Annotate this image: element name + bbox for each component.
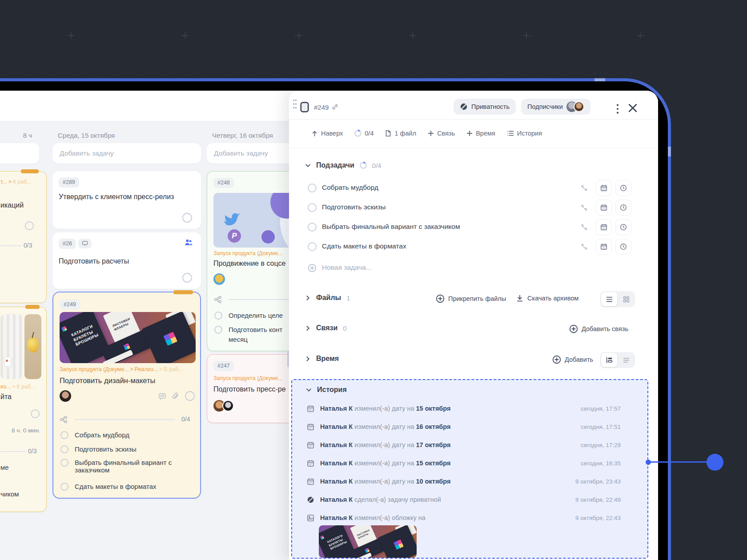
- task-id: #249: [314, 104, 329, 111]
- card-26[interactable]: #26 Подготовить расчеты: [52, 232, 201, 289]
- subtask-checkbox[interactable]: [308, 203, 317, 212]
- chevron-right-icon: [305, 295, 311, 301]
- checkbox-circle[interactable]: [182, 213, 192, 223]
- subtask-row[interactable]: Выбрать финальный вариант с заказчиком: [60, 459, 194, 474]
- subtask-row[interactable]: Определить целе: [214, 312, 283, 320]
- clock-button[interactable]: [615, 219, 631, 235]
- subtask-checkbox[interactable]: [60, 431, 68, 439]
- checkbox-circle[interactable]: [25, 221, 34, 230]
- circle-plus-icon: [552, 355, 561, 364]
- history-section-header[interactable]: История: [306, 386, 347, 394]
- privacy-label: Приватность: [471, 103, 510, 110]
- phone-icon[interactable]: [581, 184, 588, 192]
- subtask-checkbox[interactable]: [308, 223, 317, 232]
- time-logged: 8 ч. 0 мин.: [0, 427, 40, 434]
- toolbar-up-button[interactable]: Наверх: [311, 130, 343, 137]
- chevron-right-icon: [305, 325, 311, 331]
- subtask-checkbox[interactable]: [308, 242, 317, 251]
- files-section-header[interactable]: Файлы 1: [305, 294, 350, 302]
- phone-icon[interactable]: [581, 224, 588, 231]
- connector-anchor-dot[interactable]: [646, 460, 651, 465]
- subscribers-button[interactable]: Подписчики: [521, 99, 590, 115]
- card-249-selected[interactable]: #249 КАТАЛОГИ БУКЛЕТЫ БРОШЮРЫ ЛИСТОВКИ Ф…: [52, 292, 201, 499]
- card-photo-pear: [24, 314, 41, 379]
- card-289[interactable]: #289 Утвердить с клиентом пресс-релиз: [52, 171, 201, 229]
- subtask-label: Определить целе: [229, 312, 283, 319]
- calendar-button[interactable]: [596, 239, 612, 255]
- subtask-row[interactable]: Подготовить эскизы: [60, 445, 137, 453]
- add-task-box-prev[interactable]: [0, 143, 39, 164]
- card-fragment-bottom[interactable]: из...>К раб... йта 8 ч. 0 мин. 0/3 ме чи…: [0, 307, 47, 512]
- subtask-checkbox[interactable]: [60, 483, 68, 491]
- brand-logo: [163, 332, 177, 346]
- plain-list-button[interactable]: [618, 353, 634, 367]
- subtask-checkbox[interactable]: [60, 445, 68, 453]
- toolbar-progress[interactable]: 0/4: [354, 130, 374, 137]
- close-icon[interactable]: [627, 102, 639, 114]
- privacy-icon: [460, 103, 468, 111]
- subtask-checkbox[interactable]: [308, 184, 317, 192]
- brand-logo: [123, 343, 130, 350]
- card-strip: [103, 350, 133, 363]
- toolbar-files[interactable]: 1 файл: [385, 130, 416, 137]
- card-title: Утвердить с клиентом пресс-релиз: [59, 192, 192, 202]
- subtask-row[interactable]: Подготовить конт: [214, 326, 282, 334]
- drag-handle-icon[interactable]: [292, 99, 297, 109]
- privacy-button[interactable]: Приватность: [454, 99, 516, 115]
- list-icon: [507, 130, 514, 136]
- checkbox-circle[interactable]: [182, 273, 192, 283]
- subtask-checkbox[interactable]: [214, 312, 222, 320]
- grouped-list-button[interactable]: [601, 353, 617, 367]
- history-cover-thumbnail[interactable]: КАТАЛОГИ БУКЛЕТЫ БРОШЮРЫ ЛИСТОВКИ ФЛАЕРЫ: [319, 525, 417, 558]
- card-title: Подготовить дизайн-макеты: [60, 376, 155, 385]
- checkbox-circle[interactable]: [31, 409, 40, 418]
- phone-icon[interactable]: [581, 204, 588, 211]
- task-detail-panel: #249 Приватность Подписчики: [289, 91, 658, 560]
- subtask-row[interactable]: Подготовить эскизы: [289, 200, 658, 216]
- kebab-menu-icon[interactable]: [614, 102, 621, 116]
- add-link-button[interactable]: Добавить связь: [569, 324, 628, 333]
- subtask-checkbox[interactable]: [214, 326, 222, 334]
- add-time-button[interactable]: Добавить: [552, 355, 593, 364]
- subtask-row[interactable]: Сдать макеты в форматах: [60, 483, 157, 491]
- add-task-box-wednesday[interactable]: Добавить задачу: [52, 143, 201, 164]
- connector-handle-dot[interactable]: [707, 454, 723, 471]
- toolbar-add-time[interactable]: Время: [466, 130, 495, 137]
- subtasks-section-header[interactable]: Подзадачи 0/4: [305, 161, 382, 169]
- phone-icon[interactable]: [581, 243, 588, 250]
- column-label-wednesday: Среда, 15 октября: [58, 132, 115, 139]
- breadcrumb: Запуск продукта (Докуме...: [213, 250, 283, 256]
- list-view-button[interactable]: [601, 292, 617, 306]
- time-section-header[interactable]: Время: [305, 355, 339, 363]
- grid-view-button[interactable]: [618, 292, 634, 306]
- subtask-row[interactable]: Сдать макеты в форматах: [289, 239, 658, 255]
- arrow-up-icon: [311, 130, 318, 137]
- links-section-header[interactable]: Связи 0: [305, 324, 347, 332]
- clock-button[interactable]: [615, 200, 631, 216]
- clock-button[interactable]: [615, 180, 631, 196]
- card-color-tab: [21, 169, 39, 173]
- calendar-button[interactable]: [596, 219, 612, 235]
- progress-line: [0, 245, 22, 246]
- calendar-button[interactable]: [596, 180, 612, 196]
- circle-plus-icon: [436, 294, 445, 303]
- card-cover-image: КАТАЛОГИ БУКЛЕТЫ БРОШЮРЫ ЛИСТОВКИ ФЛАЕРЫ: [60, 312, 196, 363]
- card-id-chip: #248: [213, 178, 234, 188]
- scrollbar-thumb[interactable]: [287, 351, 289, 367]
- attach-files-button[interactable]: Прикрепить файлы: [436, 294, 506, 303]
- card-fragment-top[interactable]: т...>К раб... икаций 0/3: [0, 171, 47, 303]
- new-subtask-placeholder: Новая задача...: [322, 264, 372, 272]
- link-icon[interactable]: [332, 104, 338, 110]
- history-entry: Наталья К изменил(-а) дату на 15 октября…: [292, 401, 647, 417]
- calendar-button[interactable]: [596, 200, 612, 216]
- download-archive-button[interactable]: Скачать архивом: [516, 294, 578, 302]
- subtask-row[interactable]: Собрать мудборд: [60, 431, 129, 439]
- subtask-row[interactable]: Собрать мудборд: [289, 180, 658, 196]
- new-subtask-row[interactable]: Новая задача...: [289, 260, 658, 276]
- toolbar-add-link[interactable]: Связь: [428, 130, 455, 137]
- checkbox-circle[interactable]: [185, 391, 195, 401]
- subtask-row[interactable]: Выбрать финальный вариант с заказчиком: [289, 219, 658, 235]
- subtask-checkbox[interactable]: [60, 459, 68, 467]
- clock-button[interactable]: [615, 239, 631, 255]
- toolbar-history[interactable]: История: [507, 130, 542, 137]
